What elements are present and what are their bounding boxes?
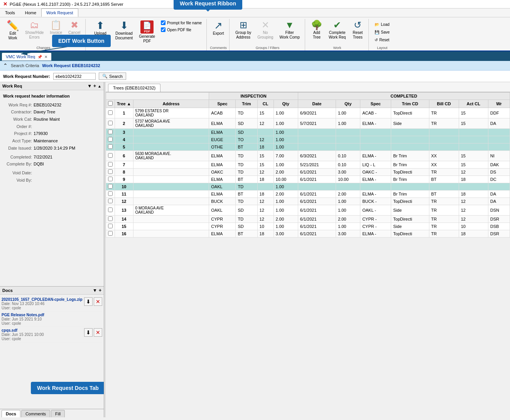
reset-trees-button[interactable]: ↺ ResetTrees: [349, 19, 366, 41]
bottom-tab-docs[interactable]: Docs: [2, 410, 20, 417]
cell-qty: 3.00: [274, 230, 298, 238]
download-icon: ⬇: [120, 20, 128, 30]
row-check[interactable]: [108, 130, 113, 134]
tab-pin-icon[interactable]: 📌: [37, 55, 42, 59]
filter-work-comp-button[interactable]: ▼ FilterWork Comp: [277, 19, 302, 41]
th-billcd: Bill CD: [429, 100, 459, 108]
generate-pdf-button[interactable]: 📄 PDF GeneratePDF: [136, 19, 158, 45]
info-row-completeby: Complete By: DQBI: [3, 160, 101, 168]
docs-pin-icon[interactable]: +: [99, 288, 101, 293]
row-check[interactable]: [108, 162, 113, 167]
no-grouping-button[interactable]: ✕ NoGrouping: [255, 19, 276, 41]
pdf-icon: 📄 PDF: [140, 20, 154, 34]
cell-cl: 15: [257, 108, 274, 118]
cell-spec: OTHE: [209, 143, 236, 151]
panel-pin-icon[interactable]: +: [93, 83, 96, 89]
cell-spec: ACAB: [209, 108, 236, 118]
cell-wr: DSB: [488, 223, 510, 230]
group-by-address-button[interactable]: ⊞ Group byAddress: [233, 19, 254, 41]
export-label: Export: [213, 31, 224, 36]
doc-delete-1[interactable]: ✕: [94, 297, 102, 306]
reset-button[interactable]: ↺ Reset: [372, 37, 392, 43]
ribbon-group-document: ⬆ UploadDocument ⬇ DownloadDocument 📄 PD…: [86, 19, 207, 51]
row-check[interactable]: [108, 177, 113, 181]
wrn-input[interactable]: [53, 73, 96, 80]
row-check[interactable]: [108, 137, 113, 142]
check-all[interactable]: [108, 101, 113, 106]
export-button[interactable]: ↗ Export: [210, 19, 227, 37]
edit-work-button[interactable]: ✏️ EditWork: [4, 19, 22, 42]
invoice-button[interactable]: 📋 Invoice: [47, 19, 65, 37]
completed-value: 7/22/2021: [34, 153, 52, 161]
row-check[interactable]: [108, 121, 113, 125]
add-tree-button[interactable]: 🌳 AddTree: [308, 19, 325, 41]
save-button[interactable]: 💾 Save: [372, 29, 392, 35]
download-document-button[interactable]: ⬇ DownloadDocument: [113, 19, 136, 42]
prompt-filename-input[interactable]: [161, 20, 165, 25]
th-tree[interactable]: Tree ▲: [115, 100, 133, 108]
cell-wr: DA: [488, 118, 510, 129]
row-check[interactable]: [108, 231, 113, 236]
panel-scroll-up[interactable]: ▲: [98, 84, 101, 88]
edit-work-label: EditWork: [8, 31, 17, 40]
table-row: 10 OAKL TD 1.00: [106, 183, 510, 191]
bottom-tab-comments[interactable]: Comments: [21, 410, 50, 417]
row-check[interactable]: [108, 216, 113, 221]
info-title: Work request header information: [3, 93, 101, 100]
upload-document-button[interactable]: ⬆ UploadDocument: [89, 19, 112, 42]
load-button[interactable]: 📂 Load: [372, 21, 392, 28]
download-label: DownloadDocument: [115, 31, 133, 40]
cell-qty: 1.00: [274, 205, 298, 216]
docs-dropdown-icon[interactable]: ▼: [93, 288, 97, 293]
row-check[interactable]: [108, 207, 113, 212]
row-check[interactable]: [108, 169, 113, 174]
prompt-filename-checkbox[interactable]: Prompt for file name: [161, 20, 202, 25]
changes-group-label: Changes: [37, 45, 51, 51]
doc-download-1[interactable]: ⬇: [84, 297, 93, 306]
cancel-button[interactable]: ✖ Cancel: [66, 19, 83, 37]
row-check[interactable]: [108, 110, 113, 115]
row-check[interactable]: [108, 199, 113, 203]
menu-tools[interactable]: Tools: [0, 8, 20, 17]
row-check[interactable]: [108, 224, 113, 228]
bottom-tab-fill[interactable]: Fill: [51, 410, 65, 417]
menu-work-request[interactable]: Work Request: [41, 8, 78, 17]
trees-tab[interactable]: Trees (EBEB1024232): [108, 84, 160, 92]
panel-dropdown-icon[interactable]: ▼: [87, 83, 92, 89]
cell-check: [106, 143, 115, 151]
row-check[interactable]: [108, 144, 113, 149]
cell-tree: 9: [115, 176, 133, 183]
open-pdf-input[interactable]: [161, 27, 165, 32]
row-check[interactable]: [108, 184, 113, 189]
th-completed: COMPLETED: [298, 93, 510, 100]
doc-item-2: PGE Release Notes.pdf Date: Jun 15 2021 …: [2, 312, 102, 327]
doc-delete-3[interactable]: ✕: [94, 328, 102, 337]
data-table-container[interactable]: INSPECTION COMPLETED Tree ▲ Address Spec…: [106, 92, 510, 417]
tab-close-icon[interactable]: ✕: [44, 55, 47, 59]
tab-vmc-work-req[interactable]: VMC Work Req 📌 ✕: [2, 52, 52, 61]
cell-billcd: XX: [429, 161, 459, 169]
cell-spec: ELMA: [209, 118, 236, 129]
open-pdf-checkbox[interactable]: Open PDF file: [161, 27, 202, 32]
workcat-value: Routine Maint: [34, 116, 60, 123]
doc-download-3[interactable]: ⬇: [84, 328, 93, 337]
row-check[interactable]: [108, 153, 113, 158]
expand-icon[interactable]: ⌃: [3, 62, 8, 69]
cell-tree: 7: [115, 161, 133, 169]
menu-home[interactable]: Home: [20, 8, 41, 17]
main-content: Work Req ▼ + ▲ Work request header infor…: [0, 82, 510, 417]
accttype-value: Maintenance: [34, 137, 58, 145]
voidby-label: Void By:: [3, 177, 32, 184]
cell-actcl: 12: [459, 205, 488, 216]
search-button[interactable]: 🔍 Search: [99, 73, 126, 80]
cell-qty2: 0.10: [336, 161, 360, 169]
complete-work-req-button[interactable]: ✔ CompleteWork Req: [326, 19, 348, 41]
show-hide-errors-button[interactable]: 🗂 Show/HideErrors: [22, 19, 46, 41]
info-row-contractor: Contractor: Davey Tree: [3, 108, 101, 116]
cell-tree: 8: [115, 169, 133, 176]
comments-group-label: Comments: [210, 45, 227, 51]
row-check[interactable]: [108, 191, 113, 196]
cell-qty2: 2.00: [336, 191, 360, 198]
cell-trimcd: TopDirecti: [391, 216, 429, 223]
info-row-workcat: Work Cat: Routine Maint: [3, 116, 101, 123]
